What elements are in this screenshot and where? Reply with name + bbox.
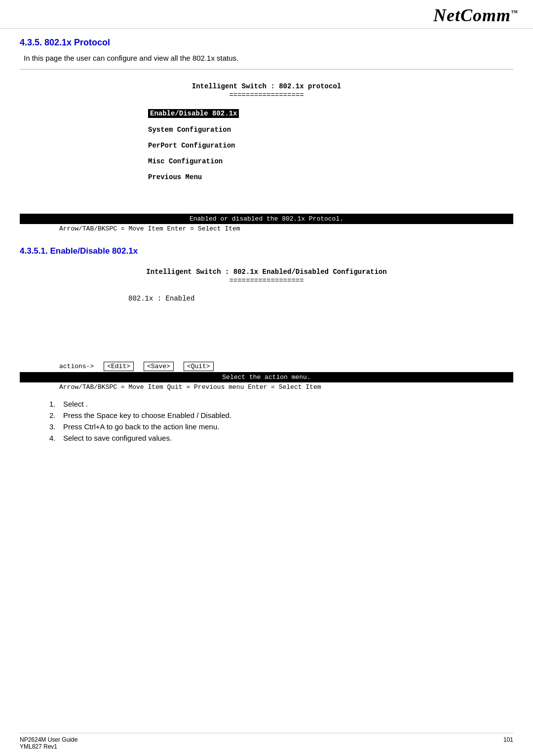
instruction-num-3: 3. (49, 422, 59, 431)
status-bar-1: Enabled or disabled the 802.1x Protocol. (20, 214, 513, 224)
logo-text: NetComm (433, 5, 511, 25)
menu-item-4[interactable]: Previous Menu (148, 173, 415, 181)
actions-area: actions-> <Edit> <Save> <Quit> Select th… (20, 362, 513, 391)
instruction-item-1: 1.Select . (49, 400, 513, 408)
actions-nav-hint: Arrow/TAB/BKSPC = Move Item Quit = Previ… (20, 383, 513, 391)
menu-items: Enable/Disable 802.1xSystem Configuratio… (148, 109, 415, 181)
terminal-separator-1: ================== (118, 91, 415, 99)
status-area-1: Enabled or disabled the 802.1x Protocol.… (20, 214, 513, 232)
terminal-box-2: Intelligent Switch : 802.1x Enabled/Disa… (99, 263, 434, 312)
instruction-list: 1.Select .2.Press the Space key to choos… (49, 400, 513, 442)
instruction-num-4: 4. (49, 434, 59, 442)
actions-label: actions-> (59, 363, 94, 370)
instruction-text-3: Press Ctrl+A to go back to the action li… (63, 422, 219, 431)
terminal-separator-2: ================== (99, 277, 434, 285)
instruction-item-4: 4.Select to save configured values. (49, 434, 513, 442)
config-value: 802.1x : Enabled (128, 295, 434, 302)
status-bar-text-1: Enabled or disabled the 802.1x Protocol. (190, 215, 343, 223)
footer-left: NP2624M User Guide YML827 Rev1 (20, 736, 77, 750)
terminal-header-1: Intelligent Switch : 802.1x protocol (118, 82, 415, 90)
actions-status-bar: Select the action menu. (20, 372, 513, 382)
quit-button[interactable]: <Quit> (184, 362, 214, 371)
divider (20, 69, 513, 70)
menu-item-0[interactable]: Enable/Disable 802.1x (148, 109, 239, 118)
menu-item-1[interactable]: System Configuration (148, 126, 415, 134)
netcomm-logo: NetComm™ (433, 5, 518, 26)
footer-page-number: 101 (503, 736, 513, 750)
actions-row: actions-> <Edit> <Save> <Quit> (20, 362, 513, 371)
instruction-item-3: 3.Press Ctrl+A to go back to the action … (49, 422, 513, 431)
terminal-header-2: Intelligent Switch : 802.1x Enabled/Disa… (99, 268, 434, 276)
nav-hint-1: Arrow/TAB/BKSPC = Move Item Enter = Sele… (20, 225, 513, 232)
edit-button[interactable]: <Edit> (104, 362, 134, 371)
instruction-text-4: Select to save configured values. (63, 434, 172, 442)
sub-section-title: 4.3.5.1. Enable/Disable 802.1x (20, 246, 513, 256)
actions-status-text: Select the action menu. (222, 374, 310, 381)
instruction-num-1: 1. (49, 400, 59, 408)
instruction-num-2: 2. (49, 411, 59, 419)
instruction-item-2: 2.Press the Space key to choose Enabled … (49, 411, 513, 419)
menu-item-3[interactable]: Misc Configuration (148, 157, 415, 165)
instruction-text-1: Select . (63, 400, 88, 408)
footer-guide-name: NP2624M User Guide (20, 736, 77, 743)
page-header: NetComm™ (0, 0, 533, 29)
page-footer: NP2624M User Guide YML827 Rev1 101 (20, 733, 513, 750)
instruction-text-2: Press the Space key to choose Enabled / … (63, 411, 231, 419)
section-title: 4.3.5. 802.1x Protocol (20, 38, 513, 48)
intro-text: In this page the user can configure and … (24, 54, 513, 62)
main-content: 4.3.5. 802.1x Protocol In this page the … (0, 29, 533, 460)
logo-tm: ™ (511, 9, 518, 16)
terminal-box-1: Intelligent Switch : 802.1x protocol ===… (118, 77, 415, 194)
save-button[interactable]: <Save> (144, 362, 174, 371)
footer-rev: YML827 Rev1 (20, 743, 77, 750)
menu-item-2[interactable]: PerPort Configuration (148, 142, 415, 150)
